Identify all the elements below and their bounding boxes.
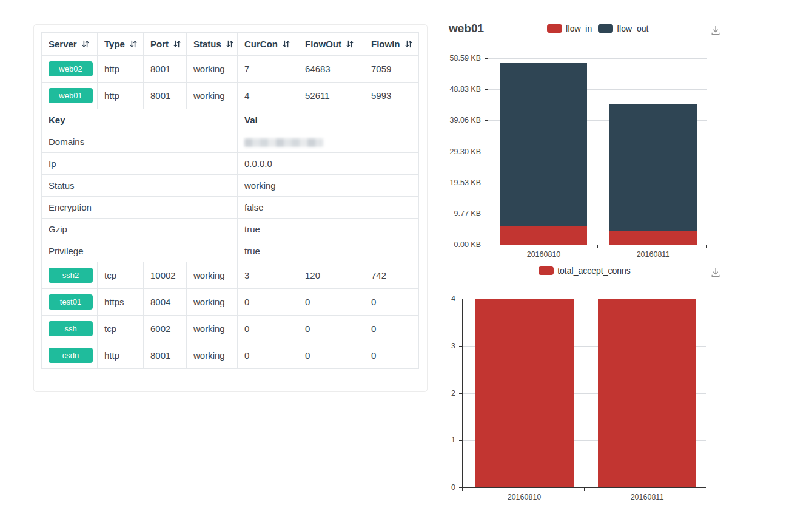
x-axis-tick <box>488 245 488 248</box>
flowout-cell: 0 <box>298 289 364 316</box>
detail-value <box>238 131 419 153</box>
flow-chart-plot: 0.00 KB9.77 KB19.53 KB29.30 KB39.06 KB48… <box>488 58 707 245</box>
download-icon[interactable] <box>710 24 722 36</box>
flowout-cell: 0 <box>298 342 364 369</box>
sort-icon <box>341 39 354 49</box>
detail-row-gzip: Gziptrue <box>42 219 419 240</box>
server-badge-test01[interactable]: test01 <box>49 294 93 310</box>
x-axis-tick <box>597 245 598 248</box>
detail-key: Status <box>42 175 238 197</box>
y-axis-label: 9.77 KB <box>438 209 481 218</box>
y-axis-label: 29.30 KB <box>438 147 481 156</box>
legend-label: total_accept_conns <box>557 266 631 276</box>
server-dashboard: { "colors": { "badge_green": "#1fbc9c", … <box>0 0 812 522</box>
detail-value: working <box>238 175 419 197</box>
status-cell: working <box>187 342 238 369</box>
detail-row-ip: Ip0.0.0.0 <box>42 153 419 175</box>
sort-icon <box>125 39 138 49</box>
column-label: FlowOut <box>305 39 341 49</box>
column-header-server[interactable]: Server <box>42 33 98 56</box>
detail-row-encryption: Encryptionfalse <box>42 197 419 219</box>
legend-swatch-flow_out <box>598 24 613 33</box>
download-icon[interactable] <box>710 266 722 279</box>
detail-row-domains: Domains <box>42 131 419 153</box>
detail-header-row: KeyVal <box>42 109 419 131</box>
x-axis-tick <box>462 488 463 491</box>
x-axis-tick <box>706 488 706 491</box>
detail-key: Ip <box>42 153 238 175</box>
val-header: Val <box>238 109 419 131</box>
server-badge-web01[interactable]: web01 <box>49 88 93 103</box>
type-cell: https <box>98 289 144 316</box>
flowout-cell: 0 <box>298 316 364 342</box>
port-cell: 6002 <box>144 316 187 342</box>
sort-icon <box>278 39 290 49</box>
port-cell: 8001 <box>144 56 187 83</box>
x-axis-tick <box>706 245 707 248</box>
server-row-ssh: sshtcp6002working000 <box>42 316 419 342</box>
curcon-cell: 0 <box>238 289 298 316</box>
bar-flow_out-20160811 <box>609 104 697 231</box>
status-cell: working <box>187 316 238 342</box>
table-header-row: ServerTypePortStatusCurConFlowOutFlowIn <box>42 33 419 56</box>
flowin-cell: 0 <box>364 289 419 316</box>
status-cell: working <box>187 289 238 316</box>
x-axis-label: 20160810 <box>514 250 574 259</box>
y-axis-line <box>488 58 488 245</box>
server-cell: csdn <box>42 342 98 369</box>
server-badge-csdn[interactable]: csdn <box>49 348 93 363</box>
detail-value: true <box>238 219 419 240</box>
column-header-type[interactable]: Type <box>98 33 144 56</box>
legend-item-total_accept_conns[interactable]: total_accept_conns <box>539 266 631 276</box>
flowout-cell: 120 <box>298 262 364 289</box>
y-axis-label: 2 <box>413 389 455 398</box>
column-label: Server <box>49 39 77 49</box>
column-label: Type <box>104 39 125 49</box>
x-axis-label: 20160811 <box>617 493 677 501</box>
column-label: Port <box>150 39 169 49</box>
type-cell: http <box>98 342 144 369</box>
y-axis-line <box>462 299 463 487</box>
flowin-cell: 0 <box>364 342 419 369</box>
flowout-cell: 64683 <box>298 56 364 83</box>
column-label: Status <box>193 39 221 49</box>
y-axis-label: 3 <box>413 342 455 350</box>
column-header-flowout[interactable]: FlowOut <box>298 33 364 56</box>
port-cell: 10002 <box>144 262 187 289</box>
sort-icon <box>77 39 90 49</box>
detail-value: 0.0.0.0 <box>238 153 419 175</box>
server-badge-ssh[interactable]: ssh <box>49 321 93 336</box>
legend-swatch-total_accept_conns <box>539 266 554 275</box>
legend-item-flow_out[interactable]: flow_out <box>598 24 648 33</box>
bar-total_accept_conns-20160810 <box>475 299 574 487</box>
x-axis-label: 20160810 <box>494 493 555 501</box>
column-header-flowin[interactable]: FlowIn <box>364 33 419 56</box>
detail-key: Encryption <box>42 197 238 219</box>
column-header-port[interactable]: Port <box>144 33 187 56</box>
server-badge-web02[interactable]: web02 <box>49 61 93 76</box>
server-table-card: ServerTypePortStatusCurConFlowOutFlowIn … <box>33 24 428 392</box>
y-axis-label: 48.83 KB <box>438 85 481 93</box>
column-header-status[interactable]: Status <box>187 33 238 56</box>
server-cell: test01 <box>42 289 98 316</box>
type-cell: http <box>98 56 144 83</box>
bar-flow_in-20160811 <box>609 231 697 245</box>
legend-item-flow_in[interactable]: flow_in <box>547 24 592 33</box>
port-cell: 8001 <box>144 83 187 109</box>
detail-row-privilege: Privilegetrue <box>42 240 419 262</box>
port-cell: 8001 <box>144 342 187 369</box>
server-table: ServerTypePortStatusCurConFlowOutFlowIn … <box>41 32 419 369</box>
bar-flow_in-20160810 <box>500 226 587 245</box>
y-axis-label: 0.00 KB <box>438 240 481 249</box>
server-row-csdn: csdnhttp8001working000 <box>42 342 419 369</box>
bar-total_accept_conns-20160811 <box>598 299 696 487</box>
conns-chart-plot: 012342016081020160811 <box>463 299 706 487</box>
detail-value: false <box>238 197 419 219</box>
column-header-curcon[interactable]: CurCon <box>238 33 298 56</box>
redacted-domains-value <box>244 138 323 147</box>
y-axis-label: 19.53 KB <box>438 178 481 187</box>
key-header: Key <box>42 109 238 131</box>
detail-key: Privilege <box>42 240 238 262</box>
server-badge-ssh2[interactable]: ssh2 <box>49 268 93 283</box>
port-cell: 8004 <box>144 289 187 316</box>
